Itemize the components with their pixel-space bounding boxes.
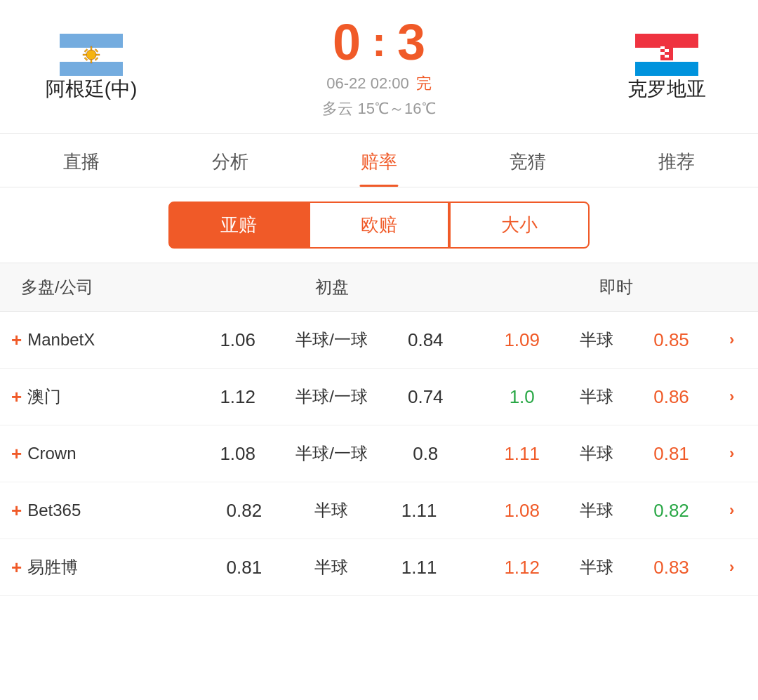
live-odds-bet365: 1.08 半球 0.82 › (474, 499, 758, 522)
svg-rect-22 (660, 55, 665, 58)
init-odds-bet365: 0.82 半球 1.11 (190, 499, 474, 522)
expand-icon-crown[interactable]: + (11, 443, 22, 465)
init-odds-yishengbo: 0.81 半球 1.11 (190, 556, 474, 579)
live-val2-bet365: 0.82 (647, 500, 696, 522)
init-val1-manbetx: 1.06 (213, 329, 262, 351)
score-center: 0 : 3 06-22 02:00 完 多云 15℃～16℃ (168, 17, 590, 119)
live-odds-yishengbo: 1.12 半球 0.83 › (474, 556, 758, 579)
arrow-crown[interactable]: › (729, 444, 734, 463)
svg-rect-19 (665, 49, 669, 52)
odds-row-crown[interactable]: + Crown 1.08 半球/一球 0.8 1.11 半球 0.81 › (0, 425, 758, 482)
arrow-bet365[interactable]: › (729, 501, 734, 520)
live-val2-macau: 0.86 (647, 386, 696, 408)
flag-croatia (635, 34, 698, 76)
live-val1-bet365: 1.08 (498, 500, 547, 522)
live-handicap-yishengbo: 半球 (580, 556, 613, 579)
odds-table-header: 多盘/公司 初盘 即时 (0, 263, 758, 312)
match-info: 06-22 02:00 完 (326, 73, 431, 94)
company-bet365: + Bet365 (0, 500, 190, 522)
init-val2-yishengbo: 1.11 (394, 557, 444, 579)
expand-icon-yishengbo[interactable]: + (11, 557, 22, 579)
live-val1-crown: 1.11 (498, 443, 547, 465)
header-col2: 初盘 (190, 276, 474, 298)
live-val1-macau: 1.0 (498, 386, 547, 408)
svg-rect-20 (660, 52, 665, 55)
header-col3: 即时 (474, 276, 758, 298)
live-handicap-crown: 半球 (580, 442, 613, 465)
init-handicap-manbetx: 半球/一球 (295, 329, 368, 351)
sub-tab-size[interactable]: 大小 (449, 202, 590, 249)
init-odds-crown: 1.08 半球/一球 0.8 (190, 442, 474, 465)
sub-tab-european[interactable]: 欧赔 (309, 202, 449, 249)
company-manbetx: + ManbetX (0, 329, 190, 351)
svg-rect-21 (665, 52, 669, 55)
score-colon: : (372, 21, 386, 63)
live-val1-manbetx: 1.09 (498, 329, 547, 351)
expand-icon-manbetx[interactable]: + (11, 329, 22, 351)
init-val1-bet365: 0.82 (220, 500, 269, 522)
tab-odds[interactable]: 赔率 (347, 134, 411, 187)
live-val2-yishengbo: 0.83 (647, 557, 696, 579)
init-val2-macau: 0.74 (401, 386, 450, 408)
live-handicap-manbetx: 半球 (580, 329, 613, 351)
company-name-yishengbo: 易胜博 (27, 556, 78, 579)
svg-rect-6 (83, 54, 86, 55)
init-val2-bet365: 1.11 (394, 500, 444, 522)
odds-row-macau[interactable]: + 澳门 1.12 半球/一球 0.74 1.0 半球 0.86 › (0, 369, 758, 425)
svg-rect-23 (665, 55, 669, 58)
team-away-name: 克罗地亚 (627, 76, 706, 103)
svg-rect-14 (635, 62, 698, 76)
score-away: 3 (397, 17, 425, 67)
match-status: 完 (416, 73, 432, 94)
sub-tab-asian[interactable]: 亚赔 (168, 202, 309, 249)
company-name-crown: Crown (27, 444, 76, 463)
init-val2-crown: 0.8 (401, 443, 450, 465)
expand-icon-macau[interactable]: + (11, 386, 22, 408)
company-yishengbo: + 易胜博 (0, 556, 190, 579)
odds-table-body: + ManbetX 1.06 半球/一球 0.84 1.09 半球 0.85 ›… (0, 312, 758, 596)
live-handicap-macau: 半球 (580, 385, 613, 408)
company-crown: + Crown (0, 443, 190, 465)
tab-guess[interactable]: 竞猜 (496, 134, 560, 187)
match-date: 06-22 02:00 (326, 74, 408, 93)
expand-icon-bet365[interactable]: + (11, 500, 22, 522)
company-name-manbetx: ManbetX (27, 330, 95, 350)
odds-row-yishengbo[interactable]: + 易胜博 0.81 半球 1.11 1.12 半球 0.83 › (0, 539, 758, 596)
arrow-macau[interactable]: › (729, 388, 734, 406)
svg-rect-17 (665, 46, 669, 49)
team-away: 克罗地亚 (590, 34, 744, 103)
init-val2-manbetx: 0.84 (401, 329, 450, 351)
init-val1-macau: 1.12 (213, 386, 262, 408)
live-odds-manbetx: 1.09 半球 0.85 › (474, 329, 758, 351)
score-home: 0 (333, 17, 361, 67)
live-val2-crown: 0.81 (647, 443, 696, 465)
odds-row-manbetx[interactable]: + ManbetX 1.06 半球/一球 0.84 1.09 半球 0.85 › (0, 312, 758, 369)
init-handicap-macau: 半球/一球 (295, 385, 368, 408)
company-name-macau: 澳门 (27, 385, 61, 408)
svg-rect-7 (96, 54, 100, 55)
live-val1-yishengbo: 1.12 (498, 557, 547, 579)
tabs-bar: 直播 分析 赔率 竞猜 推荐 (0, 134, 758, 187)
tab-analysis[interactable]: 分析 (198, 134, 262, 187)
sub-tabs: 亚赔 欧赔 大小 (0, 187, 758, 263)
live-handicap-bet365: 半球 (580, 499, 613, 522)
svg-rect-0 (60, 34, 123, 48)
arrow-manbetx[interactable]: › (729, 331, 734, 349)
svg-rect-5 (91, 60, 92, 63)
live-val2-manbetx: 0.85 (647, 329, 696, 351)
svg-rect-16 (660, 46, 665, 49)
init-val1-yishengbo: 0.81 (220, 557, 269, 579)
arrow-yishengbo[interactable]: › (729, 558, 734, 576)
tab-live[interactable]: 直播 (49, 134, 114, 187)
tab-recommend[interactable]: 推荐 (644, 134, 709, 187)
live-odds-macau: 1.0 半球 0.86 › (474, 385, 758, 408)
team-home-name: 阿根廷(中) (46, 76, 138, 103)
team-home: 阿根廷(中) (14, 34, 168, 103)
match-header: 阿根廷(中) 0 : 3 06-22 02:00 完 多云 15℃～16℃ (0, 0, 758, 133)
odds-row-bet365[interactable]: + Bet365 0.82 半球 1.11 1.08 半球 0.82 › (0, 482, 758, 539)
init-handicap-crown: 半球/一球 (295, 442, 368, 465)
header-col1: 多盘/公司 (0, 276, 190, 298)
live-odds-crown: 1.11 半球 0.81 › (474, 442, 758, 465)
init-handicap-bet365: 半球 (314, 499, 348, 522)
company-macau: + 澳门 (0, 385, 190, 408)
